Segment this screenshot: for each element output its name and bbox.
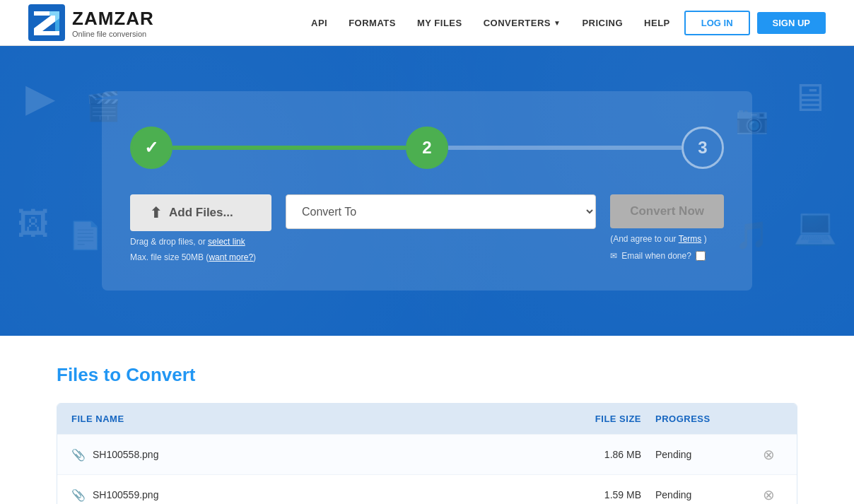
nav-link-api[interactable]: API [311, 18, 327, 28]
action-row: ⬆ Add Files... Drag & drop files, or sel… [130, 194, 724, 262]
step-line-2 [448, 146, 682, 150]
add-files-column: ⬆ Add Files... Drag & drop files, or sel… [130, 194, 271, 262]
nav-link-pricing[interactable]: PRICING [582, 18, 623, 28]
brand-tagline: Online file conversion [72, 30, 154, 38]
nav-link-formats[interactable]: FORMATS [349, 18, 396, 28]
step-1-check-icon: ✓ [144, 138, 158, 158]
navbar: ZAMZAR Online file conversion API FORMAT… [0, 0, 854, 46]
column-filename: FILE NAME [71, 414, 556, 424]
email-when-done-row: ✉ Email when done? [610, 251, 706, 261]
max-size-text: Max. file size 50MB (want more?) [130, 252, 256, 262]
row-action-2: ⊗ [754, 486, 783, 503]
files-section: Files to Convert FILE NAME FILE SIZE PRO… [0, 336, 854, 504]
remove-file-2-button[interactable]: ⊗ [763, 486, 775, 503]
convert-now-button[interactable]: Convert Now [610, 194, 724, 228]
add-files-label: Add Files... [169, 206, 233, 220]
nav-item-api[interactable]: API [311, 16, 327, 29]
chevron-down-icon: ▼ [554, 19, 561, 27]
logo-link[interactable]: ZAMZAR Online file conversion [28, 4, 154, 41]
email-label: Email when done? [621, 251, 691, 261]
remove-icon-2: ⊗ [763, 487, 775, 503]
files-title: Files to Convert [57, 364, 797, 386]
row-progress-2: Pending [641, 489, 754, 500]
step-3-number: 3 [698, 138, 707, 158]
signup-button[interactable]: SIGN UP [757, 12, 826, 34]
login-button[interactable]: LOG IN [684, 11, 750, 35]
bg-icon-monitor: 🖥 [790, 75, 829, 120]
step-3-circle: 3 [682, 127, 724, 169]
bg-icon-play: ▶ [25, 75, 55, 120]
converter-card: ✓ 2 3 ⬆ Add Files... Drag & drop files, … [102, 91, 752, 291]
files-table: FILE NAME FILE SIZE PROGRESS 📎 SH100558.… [57, 403, 797, 504]
nav-item-formats[interactable]: FORMATS [349, 16, 396, 29]
upload-icon: ⬆ [150, 204, 162, 221]
remove-file-1-button[interactable]: ⊗ [763, 446, 775, 463]
drag-drop-text: Drag & drop files, or select link [130, 237, 245, 247]
nav-item-converters[interactable]: CONVERTERS ▼ [484, 18, 561, 28]
filename-text-1: SH100558.png [93, 449, 158, 460]
attachment-icon-1: 📎 [71, 448, 86, 462]
row-progress-1: Pending [641, 449, 754, 460]
table-header: FILE NAME FILE SIZE PROGRESS [57, 404, 797, 434]
column-progress: PROGRESS [641, 414, 754, 424]
bg-icon-doc: 📄 [69, 220, 102, 251]
attachment-icon-2: 📎 [71, 488, 86, 502]
step-1-circle: ✓ [130, 127, 172, 169]
nav-item-help[interactable]: HELP [644, 16, 670, 29]
nav-item-my-files[interactable]: MY FILES [417, 16, 462, 29]
row-filesize-1: 1.86 MB [556, 449, 641, 460]
remove-icon-1: ⊗ [763, 447, 775, 462]
email-icon: ✉ [610, 251, 617, 261]
terms-link[interactable]: Terms [679, 234, 702, 244]
email-checkbox[interactable] [696, 251, 706, 261]
nav-item-pricing[interactable]: PRICING [582, 16, 623, 29]
brand-name: ZAMZAR [72, 8, 154, 30]
want-more-link[interactable]: want more? [209, 252, 253, 262]
column-filesize: FILE SIZE [556, 414, 641, 424]
row-filesize-2: 1.59 MB [556, 489, 641, 500]
nav-link-converters[interactable]: CONVERTERS ▼ [484, 18, 561, 28]
row-filename-1: 📎 SH100558.png [71, 448, 556, 462]
step-2-number: 2 [422, 138, 431, 158]
files-title-prefix: Files to [57, 364, 126, 385]
hero-section: ▶ 🖼 🎬 📄 🖥 💻 📷 🎵 ✓ 2 3 [0, 46, 854, 336]
column-action [754, 414, 783, 424]
table-row: 📎 SH100559.png 1.59 MB Pending ⊗ [57, 474, 797, 504]
zamzar-logo-icon [28, 4, 65, 41]
row-action-1: ⊗ [754, 446, 783, 463]
steps-progress: ✓ 2 3 [130, 127, 724, 169]
nav-link-help[interactable]: HELP [644, 18, 670, 28]
bg-icon-laptop: 💻 [793, 206, 837, 247]
agree-text: (And agree to our Terms ) [610, 234, 707, 244]
filename-text-2: SH100559.png [93, 489, 158, 500]
select-link[interactable]: select link [208, 237, 245, 247]
files-title-highlight: Convert [126, 364, 195, 385]
nav-buttons: LOG IN SIGN UP [684, 11, 826, 35]
convert-to-select[interactable]: Convert To [286, 194, 596, 229]
nav-links: API FORMATS MY FILES CONVERTERS ▼ PRICIN… [311, 16, 670, 29]
nav-link-my-files[interactable]: MY FILES [417, 18, 462, 28]
table-row: 📎 SH100558.png 1.86 MB Pending ⊗ [57, 434, 797, 474]
convert-now-column: Convert Now (And agree to our Terms ) ✉ … [610, 194, 724, 261]
add-files-button[interactable]: ⬆ Add Files... [130, 194, 271, 231]
step-2-circle: 2 [406, 127, 448, 169]
row-filename-2: 📎 SH100559.png [71, 488, 556, 502]
step-line-1 [172, 146, 406, 150]
bg-icon-image: 🖼 [17, 206, 49, 242]
